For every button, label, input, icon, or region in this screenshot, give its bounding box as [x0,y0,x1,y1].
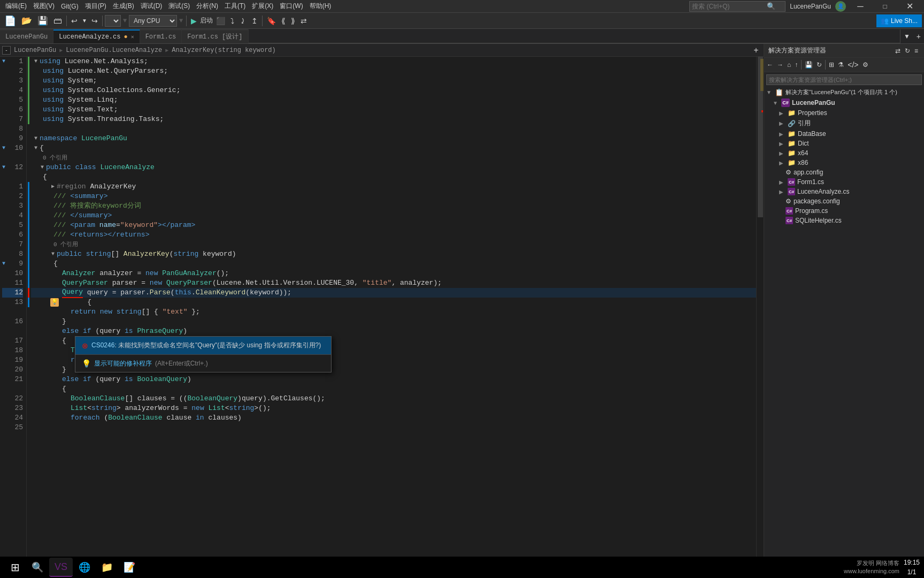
step-into-button[interactable]: ⤵ [228,14,236,28]
tree-program[interactable]: C# Program.cs [764,206,924,216]
menu-edit[interactable]: 编辑(E) [2,1,30,12]
dict-icon: 📁 [788,140,796,147]
x86-label: x86 [798,159,808,166]
tree-references[interactable]: ▶ 🔗 引用 [764,118,924,129]
panel-back-btn[interactable]: ← [765,59,775,71]
panel-refresh-btn[interactable]: ↻ [903,47,912,55]
panel-filter-btn[interactable]: ⚗ [836,59,845,71]
taskbar-start-button[interactable]: ⊞ [4,558,26,577]
panel-more-btn[interactable]: ≡ [913,47,920,55]
tree-sqlitehelper[interactable]: C# SQLiteHelper.cs [764,216,924,225]
maximize-button[interactable]: □ [873,0,897,13]
panel-fwd-btn[interactable]: → [775,59,785,71]
save-all-button[interactable]: 🗃 [51,14,64,28]
close-button[interactable]: ✕ [897,0,922,13]
tab-form1design[interactable]: Form1.cs [设计] [182,29,248,43]
undo-dropdown[interactable]: ▼ [81,14,88,28]
panel-save-btn[interactable]: 💾 [803,59,814,71]
new-tab-button[interactable]: + [913,29,924,43]
menu-build[interactable]: 生成(B) [110,1,137,12]
location-add-btn[interactable]: + [751,45,761,56]
sqlitehelper-icon: C# [786,217,793,224]
search-icon[interactable]: 🔍 [767,2,775,11]
right-scrollmap[interactable] [756,57,764,571]
debug-mode-dropdown[interactable]: Debug [105,15,121,27]
panel-sync-btn[interactable]: ⇄ [894,47,902,55]
panel-search-input[interactable] [766,74,922,85]
panel-view-btn[interactable]: ⊞ [827,59,836,71]
toolbar-btn-2[interactable]: ⟫ [289,14,297,28]
code-line-summary3: /// </summary> [31,211,756,220]
stop-button[interactable]: ⬛ [214,14,227,28]
menu-debug[interactable]: 调试(D) [137,1,166,12]
location-bar: - LucenePanGu ▶ LucenePanGu.LuceneAnalyz… [0,44,764,57]
location-method[interactable]: AnalyzerKey(string keyword) [170,47,278,54]
tree-dict[interactable]: ▶ 📁 Dict [764,139,924,148]
tab-form1cs-label: Form1.cs [145,33,176,41]
solution-item[interactable]: ▼ 📋 解决方案"LucenePanGu"(1 个项目/共 1 个) [764,87,924,97]
tree-luceneanalyze[interactable]: ▶ C# LuceneAnalyze.cs [764,187,924,196]
tree-appconfig[interactable]: ⚙ app.config [764,168,924,177]
tree-database[interactable]: ▶ 📁 DataBase [764,129,924,139]
location-arrow-2: ▶ [165,47,168,54]
panel-home-btn[interactable]: ⌂ [786,59,792,71]
taskbar-vs-button[interactable]: VS [49,558,73,577]
tab-luceneanalyze[interactable]: LuceneAnalyze.cs ● ✕ [53,29,140,43]
tree-form1[interactable]: ▶ C# Form1.cs [764,177,924,187]
panel-refresh2-btn[interactable]: ↻ [815,59,823,71]
tree-properties[interactable]: ▶ 📁 Properties [764,108,924,118]
panel-up-btn[interactable]: ↑ [793,59,799,71]
code-line-lightbulb: 💡 { [31,298,756,307]
redo-button[interactable]: ↪ [89,14,100,28]
panel-code-btn[interactable]: </> [846,59,860,71]
menu-view[interactable]: 视图(V) [30,1,58,12]
code-line-12: ▼public class LuceneAnalyze [31,163,756,172]
cpu-dropdown[interactable]: Any CPU [129,15,177,27]
solution-label: 解决方案"LucenePanGu"(1 个项目/共 1 个) [786,88,897,96]
live-share-button[interactable]: 👥 Live Sh... [876,14,922,27]
open-button[interactable]: 📂 [19,14,34,28]
bookmark-button[interactable]: 🔖 [265,14,278,28]
menu-tools[interactable]: 工具(T) [221,1,249,12]
save-button[interactable]: 💾 [35,14,50,28]
taskbar-search-button[interactable]: 🔍 [27,558,48,577]
popup-error-item[interactable]: ⊗ CS0246: 未能找到类型或命名空间名"Query"(是否缺少 using… [75,337,331,354]
toolbar-btn-1[interactable]: ⟪ [279,14,288,28]
menu-help[interactable]: 帮助(H) [306,1,335,12]
references-arrow: ▶ [779,120,786,126]
location-expand-btn[interactable]: - [2,46,11,55]
undo-button[interactable]: ↩ [69,14,80,28]
minimize-button[interactable]: ─ [848,0,873,13]
tree-x86[interactable]: ▶ 📁 x86 [764,158,924,168]
project-item[interactable]: ▼ C# LucenePanGu [764,97,924,108]
menu-window[interactable]: 窗口(W) [276,1,306,12]
location-project[interactable]: LucenePanGu [12,47,58,54]
code-line-foreach: foreach (BooleanClause clause in clauses… [31,413,756,423]
tab-lucenepangu[interactable]: LucenePanGu [0,29,53,43]
menu-analyze[interactable]: 分析(N) [193,1,221,12]
popup-fix-item[interactable]: 💡 显示可能的修补程序 (Alt+Enter或Ctrl+.) [75,355,331,372]
tab-luceneanalyze-label: LuceneAnalyze.cs [59,33,120,41]
lightbulb-icon[interactable]: 💡 [50,298,59,307]
menu-git[interactable]: Git(G) [58,2,82,11]
taskbar-chrome-button[interactable]: 🌐 [74,558,95,577]
new-project-button[interactable]: 📄 [2,14,18,28]
step-over-button[interactable]: ⤸ [237,14,248,28]
step-out-button[interactable]: ↥ [249,14,260,28]
code-content[interactable]: ▼using Lucene.Net.Analysis; using Lucene… [31,57,756,571]
toolbar-btn-3[interactable]: ⇄ [298,14,309,28]
taskbar-app-button[interactable]: 📝 [119,558,140,577]
panel-settings-btn[interactable]: ⚙ [861,59,870,71]
tab-form1cs[interactable]: Form1.cs [140,29,182,43]
search-input[interactable] [692,3,767,10]
menu-project[interactable]: 项目(P) [82,1,110,12]
run-button[interactable]: ▶ [189,14,199,28]
taskbar-explorer-button[interactable]: 📁 [96,558,118,577]
location-class[interactable]: LucenePanGu.LuceneAnalyze [64,47,164,54]
tab-close-icon[interactable]: ✕ [131,34,134,40]
menu-test[interactable]: 测试(S) [165,1,193,12]
menu-extensions[interactable]: 扩展(X) [249,1,276,12]
tree-packages[interactable]: ⚙ packages.config [764,196,924,206]
tab-overflow-button[interactable]: ▼ [900,29,913,43]
tree-x64[interactable]: ▶ 📁 x64 [764,148,924,158]
